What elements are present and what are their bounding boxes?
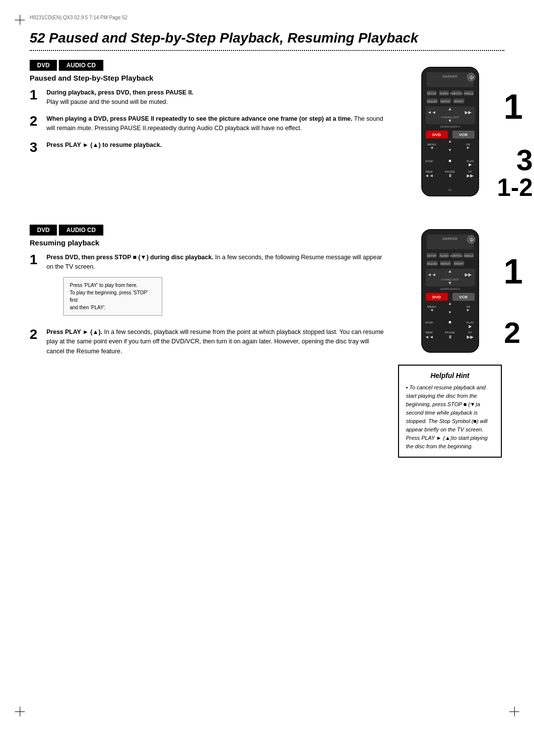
title-divider: [30, 50, 504, 51]
remote-wrapper-1: MARKER ⏻ SETUP AUDIO SUBTITLE ANGLE: [412, 60, 489, 205]
svg-text:FF: FF: [468, 331, 472, 334]
svg-text:▲: ▲: [448, 301, 452, 306]
svg-text:ANGLE: ANGLE: [464, 92, 473, 95]
section1-title: Paused and Step-by-Step Playback: [30, 74, 386, 82]
big-number-group: 3 1-2: [497, 145, 533, 200]
svg-text:CHANNEL/SKIP: CHANNEL/SKIP: [441, 116, 459, 119]
helpful-hint-box: Helpful Hint • To cancel resume playback…: [398, 365, 502, 458]
step-number-1-3: 3: [30, 141, 41, 154]
svg-text:CHANNEL/SKIP: CHANNEL/SKIP: [441, 278, 459, 281]
section2: DVD AUDIO CD Resuming playback 1 Press D…: [30, 225, 504, 458]
step2-2: 2 Press PLAY ► (▲). In a few seconds, pl…: [30, 328, 386, 356]
remote-wrapper-2: MARKER ⏻ SETUP AUDIO SUBTITLE ANGLE: [412, 225, 489, 357]
svg-text:◄◄: ◄◄: [425, 173, 434, 178]
screen-mockup: Press 'PLAY' to play from here. To play …: [63, 277, 162, 316]
svg-text:SUBTITLE: SUBTITLE: [449, 254, 463, 257]
svg-text:⏸: ⏸: [447, 334, 452, 339]
step-bold-1-1: During playback, press DVD, then press P…: [46, 89, 193, 96]
svg-text:GENRE/SEARCH: GENRE/SEARCH: [440, 287, 459, 290]
svg-text:◄◄: ◄◄: [427, 110, 436, 115]
svg-text:PAUSE: PAUSE: [445, 331, 455, 334]
svg-text:▶▶: ▶▶: [465, 110, 472, 115]
svg-text:►: ►: [466, 308, 470, 312]
svg-text:▼: ▼: [447, 281, 452, 285]
tab-dvd-1: DVD: [30, 60, 57, 71]
svg-text:PG: PG: [448, 189, 451, 191]
page-container: H9231CD(EN).QX3 02.9.5 7:14 PM Page 52 5…: [0, 0, 534, 756]
svg-text:▲: ▲: [448, 139, 452, 143]
section1: DVD AUDIO CD Paused and Step-by-Step Pla…: [30, 60, 504, 205]
step-bold-1-2: When playing a DVD, press PAUSE II repea…: [46, 115, 353, 122]
step1-1: 1 During playback, press DVD, then press…: [30, 88, 386, 107]
step2-1: 1 Press DVD, then press STOP ■ (▼) durin…: [30, 253, 386, 321]
section2-cols: DVD AUDIO CD Resuming playback 1 Press D…: [30, 225, 504, 458]
svg-text:AUDIO: AUDIO: [440, 92, 448, 95]
page-header: H9231CD(EN).QX3 02.9.5 7:14 PM Page 52: [30, 15, 504, 20]
svg-text:■: ■: [448, 320, 451, 325]
svg-text:DVD: DVD: [432, 295, 441, 299]
header-left: H9231CD(EN).QX3 02.9.5 7:14 PM Page 52: [30, 15, 128, 20]
svg-text:▶▶: ▶▶: [465, 272, 472, 277]
step-content-1-3: Press PLAY ► (▲) to resume playback.: [46, 141, 386, 150]
section1-right: MARKER ⏻ SETUP AUDIO SUBTITLE ANGLE: [396, 60, 504, 205]
tab-audio-2: AUDIO CD: [59, 225, 103, 236]
svg-text:VCR: VCR: [459, 295, 467, 299]
svg-text:►: ►: [468, 162, 473, 167]
crosshair-top-left: [15, 15, 25, 25]
step-bold-2-2: Press PLAY ► (▲).: [46, 329, 102, 335]
svg-text:◄: ◄: [430, 145, 434, 150]
crosshair-bottom-right: [509, 707, 519, 716]
big-number-1: 1: [504, 87, 523, 127]
step-content-1-2: When playing a DVD, press PAUSE II repea…: [46, 114, 386, 134]
svg-text:⏸: ⏸: [447, 173, 452, 178]
helpful-hint-text: To cancel resume playback and start play…: [406, 384, 488, 449]
svg-text:▼: ▼: [448, 310, 452, 315]
svg-text:MARKER: MARKER: [443, 75, 457, 78]
page-title: 52 Paused and Step-by-Step Playback, Res…: [30, 30, 504, 46]
crosshair-bottom-left: [15, 707, 25, 716]
svg-text:■: ■: [448, 158, 451, 163]
svg-text:REQUES: REQUES: [427, 262, 438, 265]
svg-text:▶▶: ▶▶: [467, 334, 474, 339]
tab-dvd-2: DVD: [30, 225, 57, 236]
step-content-2-1: Press DVD, then press STOP ■ (▼) during …: [46, 253, 386, 321]
section2-tabs: DVD AUDIO CD: [30, 225, 386, 236]
step-number-2-2: 2: [30, 328, 41, 341]
screen-line2: To play the beginning, press 'STOP' firs…: [70, 289, 156, 304]
helpful-hint-bullet: •: [406, 384, 409, 390]
svg-text:DVD: DVD: [432, 133, 441, 137]
svg-text:VCR: VCR: [459, 133, 467, 137]
svg-text:▲: ▲: [447, 269, 452, 274]
svg-text:►: ►: [468, 324, 473, 329]
remote-svg-2: MARKER ⏻ SETUP AUDIO SUBTITLE ANGLE: [412, 227, 489, 356]
svg-text:▼: ▼: [448, 148, 452, 152]
svg-text:ANGLE: ANGLE: [464, 254, 473, 257]
svg-text:SETUP: SETUP: [427, 254, 436, 257]
section2-right: MARKER ⏻ SETUP AUDIO SUBTITLE ANGLE: [396, 225, 504, 458]
big-number-3: 3: [516, 145, 533, 175]
section1-tabs: DVD AUDIO CD: [30, 60, 386, 71]
svg-text:▼: ▼: [447, 118, 452, 123]
svg-text:OK: OK: [466, 305, 470, 308]
svg-text:▲: ▲: [447, 106, 452, 111]
step-bold-2-1: Press DVD, then press STOP ■ (▼) during …: [46, 254, 214, 261]
step-text-1-1: Play will pause and the sound will be mu…: [46, 98, 168, 105]
step-bold-1-3: Press PLAY ► (▲) to resume playback.: [46, 142, 162, 148]
step-number-1-2: 2: [30, 114, 41, 128]
svg-text:◄◄: ◄◄: [425, 334, 434, 339]
big-number-s2-2: 2: [504, 316, 520, 350]
svg-text:MARKER: MARKER: [443, 237, 457, 240]
step-number-1-1: 1: [30, 88, 41, 102]
step-content-2-2: Press PLAY ► (▲). In a few seconds, play…: [46, 328, 386, 356]
big-number-12: 1-2: [497, 175, 533, 200]
svg-text:GENRE/SEARCH: GENRE/SEARCH: [440, 125, 459, 128]
svg-text:REPEAT: REPEAT: [441, 262, 450, 265]
svg-text:◄◄: ◄◄: [427, 272, 436, 277]
svg-text:REQUES: REQUES: [427, 100, 438, 103]
big-number-s2-1: 1: [504, 252, 523, 291]
section2-left: DVD AUDIO CD Resuming playback 1 Press D…: [30, 225, 386, 458]
screen-line1: Press 'PLAY' to play from here.: [70, 282, 156, 289]
svg-text:⏻: ⏻: [469, 75, 474, 80]
svg-text:◄: ◄: [430, 308, 434, 312]
svg-text:BRIGHT: BRIGHT: [454, 100, 463, 103]
